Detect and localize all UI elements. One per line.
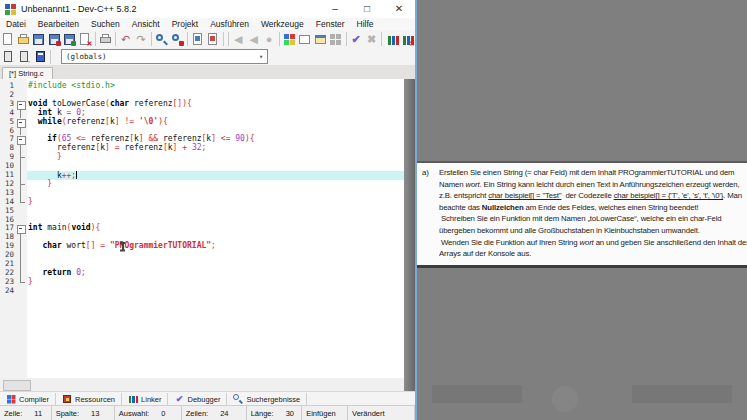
- resources-icon: [62, 394, 72, 404]
- fold-marker: [15, 109, 27, 118]
- status-zeile: Zeile:11: [0, 406, 52, 420]
- report-tab-debugger[interactable]: ✔Debugger: [168, 393, 227, 405]
- close-file-button[interactable]: ✕: [77, 31, 92, 47]
- class-browser-icon: [34, 50, 47, 63]
- task-panel: a) Erstellen Sie einen String (= char Fe…: [417, 0, 747, 420]
- fold-marker: [15, 260, 27, 269]
- token-sym: ){: [158, 117, 168, 126]
- token-sym: []){: [173, 99, 192, 108]
- menu-item-bearbeiten[interactable]: Bearbeiten: [32, 18, 85, 30]
- toolbar-separator: [228, 32, 229, 46]
- fold-marker[interactable]: [15, 118, 27, 127]
- menu-item-fenster[interactable]: Fenster: [310, 18, 351, 30]
- project-options-button[interactable]: [313, 31, 328, 47]
- code-text: }: [27, 153, 62, 162]
- maximize-button[interactable]: □: [351, 0, 383, 18]
- save-as-icon: [48, 33, 61, 46]
- goto-declaration-button[interactable]: ←: [0, 49, 16, 65]
- fold-marker[interactable]: [15, 135, 27, 144]
- redo-button[interactable]: ↷: [133, 31, 148, 47]
- code-text: [27, 162, 28, 171]
- open-button[interactable]: [15, 31, 30, 47]
- token-pl: [28, 179, 47, 188]
- minimize-button[interactable]: –: [319, 0, 351, 18]
- compile-run-icon: [283, 33, 296, 46]
- fold-marker[interactable]: [15, 100, 27, 109]
- status-value: 0: [161, 409, 165, 418]
- find-button[interactable]: [154, 31, 169, 47]
- compile-button[interactable]: ◀: [231, 31, 246, 47]
- code-line: 24: [0, 287, 404, 296]
- report-tab-label: Debugger: [187, 395, 220, 404]
- report-tab-compiler[interactable]: Compiler: [0, 393, 56, 405]
- status-auswahl: Auswahl:0: [115, 406, 182, 420]
- check-icon: ✔: [350, 33, 363, 46]
- window-list-button[interactable]: [328, 31, 343, 47]
- abort-x-icon: ✖: [365, 33, 378, 46]
- code-line: 20: [0, 251, 404, 260]
- syntax-check-button[interactable]: ✔: [349, 31, 364, 47]
- new-window-button[interactable]: [297, 31, 312, 47]
- code-text: [27, 287, 28, 296]
- report-tab-suchergebnisse[interactable]: Suchergebnisse: [227, 393, 307, 405]
- token-sym: ){: [91, 223, 101, 232]
- toolbar-separator: [279, 32, 280, 46]
- menu-item-projekt[interactable]: Projekt: [166, 18, 204, 30]
- replace-button[interactable]: [190, 31, 205, 47]
- menu-item-suchen[interactable]: Suchen: [85, 18, 126, 30]
- toolbar-separator: [151, 32, 152, 46]
- menu-item-datei[interactable]: Datei: [0, 18, 32, 30]
- code-text: }: [27, 198, 33, 207]
- menu-item-ansicht[interactable]: Ansicht: [126, 18, 166, 30]
- fold-marker[interactable]: [15, 224, 27, 233]
- fold-marker: [15, 91, 27, 100]
- fold-marker: [15, 251, 27, 260]
- panel-splitter[interactable]: [0, 378, 415, 391]
- run-button[interactable]: ◀: [246, 31, 261, 47]
- save-button[interactable]: [31, 31, 46, 47]
- delete-profiling-button[interactable]: ✕: [400, 31, 415, 47]
- undo-button[interactable]: ↶: [118, 31, 133, 47]
- task-text-segment: Arrays auf der Konsole aus.: [439, 249, 531, 258]
- print-button[interactable]: [98, 31, 113, 47]
- token-kw: char: [110, 99, 129, 108]
- status-value: 13: [91, 409, 99, 418]
- abort-button[interactable]: ✖: [364, 31, 379, 47]
- menu-item-hilfe[interactable]: Hilfe: [351, 18, 380, 30]
- report-tab-ressourcen[interactable]: Ressourcen: [56, 393, 122, 405]
- undo-icon: ↶: [119, 33, 132, 46]
- new-button[interactable]: [0, 31, 15, 47]
- task-text-segment: der Codezeile: [561, 191, 613, 200]
- debug-button[interactable]: ●: [261, 31, 276, 47]
- save-all-button[interactable]: [62, 31, 77, 47]
- task-text-line: Namen wort. Ein String kann leicht durch…: [439, 179, 747, 191]
- compiler-icon: [6, 394, 16, 404]
- find-in-files-button[interactable]: [169, 31, 184, 47]
- close-button[interactable]: ✕: [383, 0, 415, 18]
- goto-line-button[interactable]: [205, 31, 220, 47]
- save-as-button[interactable]: [46, 31, 61, 47]
- class-browser-combo[interactable]: (globals) ▾: [61, 49, 268, 64]
- token-sym: ;: [81, 108, 86, 117]
- menu-item-ausführen[interactable]: Ausführen: [204, 18, 255, 30]
- token-id: referenz: [124, 143, 163, 152]
- task-text-line: Erstellen Sie einen String (= char Feld)…: [439, 167, 747, 179]
- report-tab-linker[interactable]: Linker: [122, 393, 168, 405]
- report-tab-label: Ressourcen: [75, 395, 115, 404]
- code-text: return 0;: [27, 269, 86, 278]
- code-editor[interactable]: 1#include <stdio.h>23void toLowerCase(ch…: [0, 79, 404, 378]
- title-bar[interactable]: Unbenannt1 - Dev-C++ 5.8.2 – □ ✕: [0, 0, 415, 18]
- class-browser-button[interactable]: [32, 49, 48, 65]
- task-text-line: Wenden Sie die Funktion auf Ihren String…: [439, 237, 747, 249]
- code-text: while(referenz[k] != '\0'){: [27, 118, 168, 127]
- run-icon: ◀: [247, 33, 260, 46]
- menu-item-werkzeuge[interactable]: Werkzeuge: [255, 18, 310, 30]
- code-line: 15: [0, 207, 404, 216]
- token-sym: ){: [245, 134, 255, 143]
- screen: Unbenannt1 - Dev-C++ 5.8.2 – □ ✕ DateiBe…: [0, 0, 747, 420]
- tab-string-c[interactable]: [*] String.c: [2, 67, 53, 79]
- token-kw: char: [42, 241, 61, 250]
- goto-implementation-button[interactable]: →: [16, 49, 32, 65]
- compile-run-button[interactable]: [282, 31, 297, 47]
- profile-button[interactable]: [384, 31, 399, 47]
